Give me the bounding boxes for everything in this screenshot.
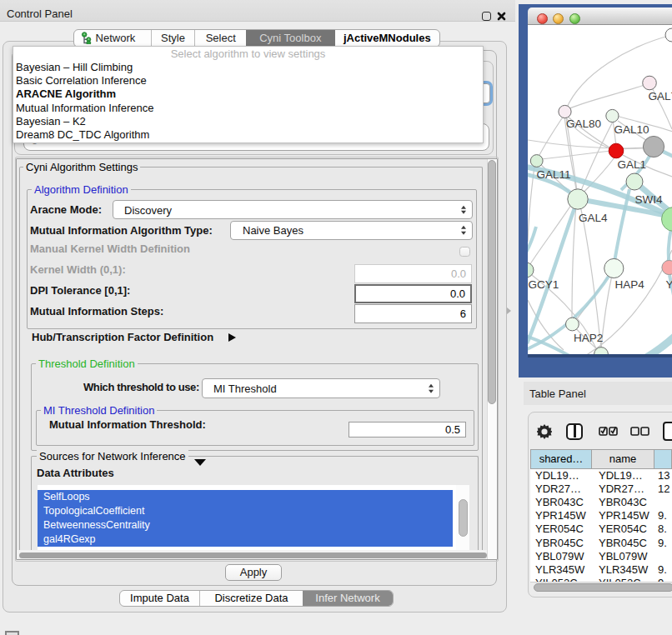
svg-text:GAL80: GAL80 bbox=[566, 118, 601, 130]
svg-text:GAL4: GAL4 bbox=[579, 212, 608, 224]
svg-text:HAP2: HAP2 bbox=[574, 332, 603, 344]
svg-text:Y: Y bbox=[666, 278, 672, 291]
svg-text:GAL7: GAL7 bbox=[649, 90, 672, 102]
svg-text:GAL11: GAL11 bbox=[537, 168, 571, 181]
svg-text:GCY1: GCY1 bbox=[529, 278, 559, 291]
svg-text:SWI4: SWI4 bbox=[635, 193, 663, 206]
svg-text:GAL1: GAL1 bbox=[618, 158, 647, 171]
svg-text:GAL10: GAL10 bbox=[614, 123, 649, 136]
svg-text:HAP4: HAP4 bbox=[615, 278, 645, 291]
